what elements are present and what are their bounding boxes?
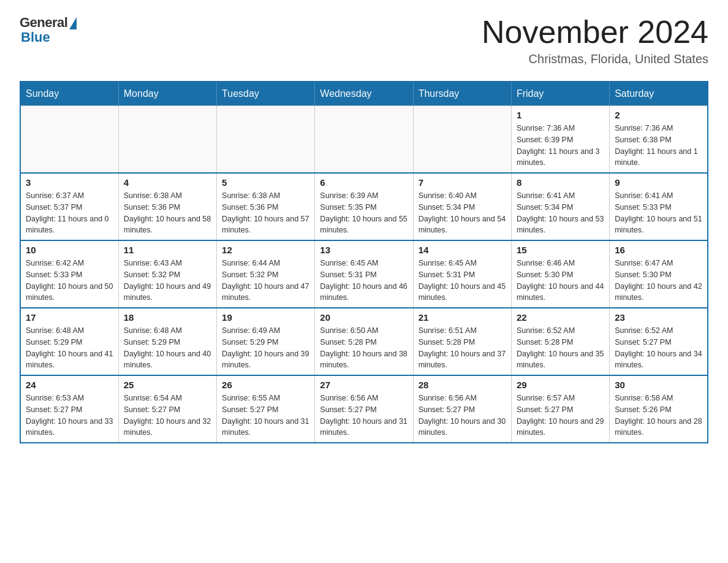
- calendar-cell: 12Sunrise: 6:44 AMSunset: 5:32 PMDayligh…: [217, 240, 315, 308]
- day-info: Sunrise: 6:47 AMSunset: 5:30 PMDaylight:…: [615, 258, 702, 304]
- calendar-week-row: 1Sunrise: 7:36 AMSunset: 6:39 PMDaylight…: [20, 106, 708, 174]
- day-number: 27: [320, 380, 408, 390]
- day-number: 1: [517, 110, 604, 120]
- day-info: Sunrise: 6:41 AMSunset: 5:34 PMDaylight:…: [517, 190, 604, 236]
- calendar-cell: 7Sunrise: 6:40 AMSunset: 5:34 PMDaylight…: [413, 173, 511, 240]
- calendar-cell: 5Sunrise: 6:38 AMSunset: 5:36 PMDaylight…: [217, 173, 315, 240]
- day-number: 12: [222, 245, 309, 255]
- weekday-header-sunday: Sunday: [20, 82, 118, 106]
- day-info: Sunrise: 6:57 AMSunset: 5:27 PMDaylight:…: [517, 393, 604, 439]
- day-number: 16: [615, 245, 702, 255]
- calendar-cell: 26Sunrise: 6:55 AMSunset: 5:27 PMDayligh…: [217, 375, 315, 443]
- day-info: Sunrise: 6:51 AMSunset: 5:28 PMDaylight:…: [419, 325, 506, 371]
- calendar-cell: 30Sunrise: 6:58 AMSunset: 5:26 PMDayligh…: [610, 375, 708, 443]
- day-info: Sunrise: 6:52 AMSunset: 5:28 PMDaylight:…: [517, 325, 604, 371]
- calendar-cell: 8Sunrise: 6:41 AMSunset: 5:34 PMDaylight…: [511, 173, 609, 240]
- day-number: 25: [124, 380, 211, 390]
- logo: General Blue: [20, 15, 77, 45]
- day-info: Sunrise: 6:49 AMSunset: 5:29 PMDaylight:…: [222, 325, 309, 371]
- calendar-cell: 24Sunrise: 6:53 AMSunset: 5:27 PMDayligh…: [20, 375, 118, 443]
- day-info: Sunrise: 6:58 AMSunset: 5:26 PMDaylight:…: [615, 393, 702, 439]
- calendar-cell: 11Sunrise: 6:43 AMSunset: 5:32 PMDayligh…: [118, 240, 216, 308]
- day-info: Sunrise: 7:36 AMSunset: 6:39 PMDaylight:…: [517, 123, 604, 169]
- day-number: 30: [615, 380, 702, 390]
- calendar-cell: 14Sunrise: 6:45 AMSunset: 5:31 PMDayligh…: [413, 240, 511, 308]
- calendar-cell: 23Sunrise: 6:52 AMSunset: 5:27 PMDayligh…: [610, 308, 708, 375]
- day-number: 22: [517, 312, 604, 323]
- day-number: 26: [222, 380, 309, 390]
- calendar-cell: 15Sunrise: 6:46 AMSunset: 5:30 PMDayligh…: [511, 240, 609, 308]
- day-number: 3: [26, 177, 113, 188]
- day-number: 20: [320, 312, 408, 323]
- day-number: 10: [26, 245, 113, 255]
- day-info: Sunrise: 7:36 AMSunset: 6:38 PMDaylight:…: [615, 123, 702, 169]
- calendar-cell: 16Sunrise: 6:47 AMSunset: 5:30 PMDayligh…: [610, 240, 708, 308]
- calendar-week-row: 24Sunrise: 6:53 AMSunset: 5:27 PMDayligh…: [20, 375, 708, 443]
- day-info: Sunrise: 6:43 AMSunset: 5:32 PMDaylight:…: [124, 258, 211, 304]
- day-info: Sunrise: 6:40 AMSunset: 5:34 PMDaylight:…: [419, 190, 506, 236]
- calendar-cell: 9Sunrise: 6:41 AMSunset: 5:33 PMDaylight…: [610, 173, 708, 240]
- day-info: Sunrise: 6:38 AMSunset: 5:36 PMDaylight:…: [124, 190, 211, 236]
- day-info: Sunrise: 6:41 AMSunset: 5:33 PMDaylight:…: [615, 190, 702, 236]
- weekday-header-friday: Friday: [511, 82, 609, 106]
- calendar-cell: [217, 106, 315, 174]
- day-info: Sunrise: 6:50 AMSunset: 5:28 PMDaylight:…: [320, 325, 408, 371]
- calendar-week-row: 10Sunrise: 6:42 AMSunset: 5:33 PMDayligh…: [20, 240, 708, 308]
- day-number: 8: [517, 177, 604, 188]
- calendar-cell: 22Sunrise: 6:52 AMSunset: 5:28 PMDayligh…: [511, 308, 609, 375]
- calendar-cell: 17Sunrise: 6:48 AMSunset: 5:29 PMDayligh…: [20, 308, 118, 375]
- location-subtitle: Christmas, Florida, United States: [482, 52, 708, 66]
- day-number: 24: [26, 380, 113, 390]
- calendar-cell: 21Sunrise: 6:51 AMSunset: 5:28 PMDayligh…: [413, 308, 511, 375]
- calendar-cell: 25Sunrise: 6:54 AMSunset: 5:27 PMDayligh…: [118, 375, 216, 443]
- calendar-table: SundayMondayTuesdayWednesdayThursdayFrid…: [20, 81, 708, 443]
- day-number: 6: [320, 177, 408, 188]
- day-number: 19: [222, 312, 309, 323]
- weekday-header-tuesday: Tuesday: [217, 82, 315, 106]
- calendar-cell: 2Sunrise: 7:36 AMSunset: 6:38 PMDaylight…: [610, 106, 708, 174]
- day-number: 17: [26, 312, 113, 323]
- calendar-week-row: 3Sunrise: 6:37 AMSunset: 5:37 PMDaylight…: [20, 173, 708, 240]
- day-number: 14: [419, 245, 506, 255]
- calendar-cell: 13Sunrise: 6:45 AMSunset: 5:31 PMDayligh…: [315, 240, 413, 308]
- day-number: 13: [320, 245, 408, 255]
- page-header: General Blue November 2024 Christmas, Fl…: [20, 15, 708, 66]
- day-number: 21: [419, 312, 506, 323]
- month-year-title: November 2024: [482, 15, 708, 50]
- logo-blue-text: Blue: [21, 29, 50, 45]
- calendar-cell: 3Sunrise: 6:37 AMSunset: 5:37 PMDaylight…: [20, 173, 118, 240]
- calendar-cell: 1Sunrise: 7:36 AMSunset: 6:39 PMDaylight…: [511, 106, 609, 174]
- weekday-header-saturday: Saturday: [610, 82, 708, 106]
- day-info: Sunrise: 6:54 AMSunset: 5:27 PMDaylight:…: [124, 393, 211, 439]
- logo-general-text: General: [20, 15, 67, 31]
- day-info: Sunrise: 6:46 AMSunset: 5:30 PMDaylight:…: [517, 258, 604, 304]
- calendar-cell: 6Sunrise: 6:39 AMSunset: 5:35 PMDaylight…: [315, 173, 413, 240]
- day-info: Sunrise: 6:45 AMSunset: 5:31 PMDaylight:…: [419, 258, 506, 304]
- weekday-header-monday: Monday: [118, 82, 216, 106]
- calendar-cell: [118, 106, 216, 174]
- calendar-cell: 10Sunrise: 6:42 AMSunset: 5:33 PMDayligh…: [20, 240, 118, 308]
- weekday-header-wednesday: Wednesday: [315, 82, 413, 106]
- day-number: 18: [124, 312, 211, 323]
- day-number: 9: [615, 177, 702, 188]
- calendar-cell: [20, 106, 118, 174]
- day-info: Sunrise: 6:53 AMSunset: 5:27 PMDaylight:…: [26, 393, 113, 439]
- day-number: 7: [419, 177, 506, 188]
- day-number: 23: [615, 312, 702, 323]
- calendar-header-row: SundayMondayTuesdayWednesdayThursdayFrid…: [20, 82, 708, 106]
- calendar-cell: 29Sunrise: 6:57 AMSunset: 5:27 PMDayligh…: [511, 375, 609, 443]
- day-number: 4: [124, 177, 211, 188]
- title-block: November 2024 Christmas, Florida, United…: [482, 15, 708, 66]
- calendar-cell: 4Sunrise: 6:38 AMSunset: 5:36 PMDaylight…: [118, 173, 216, 240]
- calendar-cell: 20Sunrise: 6:50 AMSunset: 5:28 PMDayligh…: [315, 308, 413, 375]
- calendar-cell: 28Sunrise: 6:56 AMSunset: 5:27 PMDayligh…: [413, 375, 511, 443]
- day-info: Sunrise: 6:48 AMSunset: 5:29 PMDaylight:…: [26, 325, 113, 371]
- day-info: Sunrise: 6:48 AMSunset: 5:29 PMDaylight:…: [124, 325, 211, 371]
- day-info: Sunrise: 6:44 AMSunset: 5:32 PMDaylight:…: [222, 258, 309, 304]
- day-info: Sunrise: 6:39 AMSunset: 5:35 PMDaylight:…: [320, 190, 408, 236]
- day-info: Sunrise: 6:52 AMSunset: 5:27 PMDaylight:…: [615, 325, 702, 371]
- calendar-cell: 19Sunrise: 6:49 AMSunset: 5:29 PMDayligh…: [217, 308, 315, 375]
- calendar-week-row: 17Sunrise: 6:48 AMSunset: 5:29 PMDayligh…: [20, 308, 708, 375]
- day-number: 28: [419, 380, 506, 390]
- day-number: 29: [517, 380, 604, 390]
